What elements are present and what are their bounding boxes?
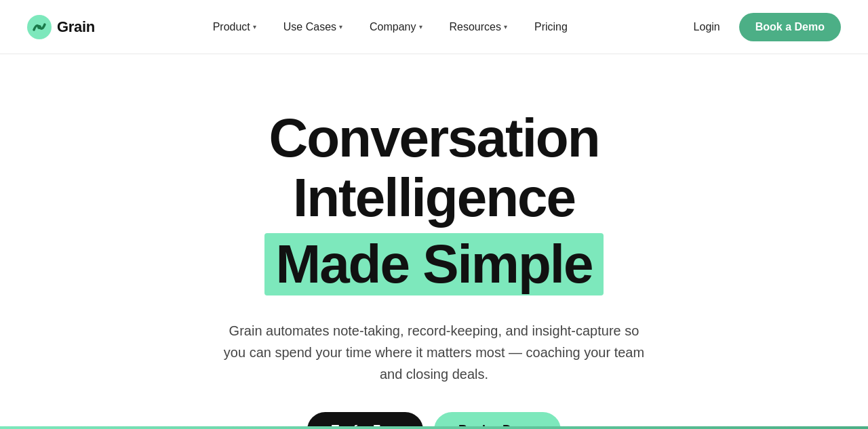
nav-item-product[interactable]: Product ▾ [201,16,269,39]
chevron-down-icon: ▾ [504,23,507,30]
hero-subtitle: Grain automates note-taking, record-keep… [217,320,651,385]
logo-text: Grain [57,18,95,36]
navbar: Grain Product ▾ Use Cases ▾ Company ▾ Re… [0,0,868,54]
hero-section: Conversation Intelligence Made Simple Gr… [0,54,868,429]
chevron-down-icon: ▾ [419,23,422,30]
svg-point-1 [37,25,41,29]
bottom-accent-bar [0,426,868,429]
nav-menu: Product ▾ Use Cases ▾ Company ▾ Resource… [201,16,580,39]
nav-item-company[interactable]: Company ▾ [357,16,434,39]
chevron-down-icon: ▾ [253,23,256,30]
hero-title-line2-highlighted: Made Simple [264,233,603,295]
chevron-down-icon: ▾ [339,23,342,30]
nav-item-resources[interactable]: Resources ▾ [437,16,519,39]
logo-area: Grain [27,15,95,39]
nav-item-use-cases[interactable]: Use Cases ▾ [271,16,355,39]
navbar-actions: Login Book a Demo [686,13,841,41]
grain-logo-icon [27,15,52,39]
login-button[interactable]: Login [686,16,728,39]
nav-item-pricing[interactable]: Pricing [522,16,580,39]
book-demo-nav-button[interactable]: Book a Demo [739,13,841,41]
hero-title: Conversation Intelligence Made Simple [129,108,739,295]
hero-title-line1: Conversation Intelligence [269,108,599,228]
